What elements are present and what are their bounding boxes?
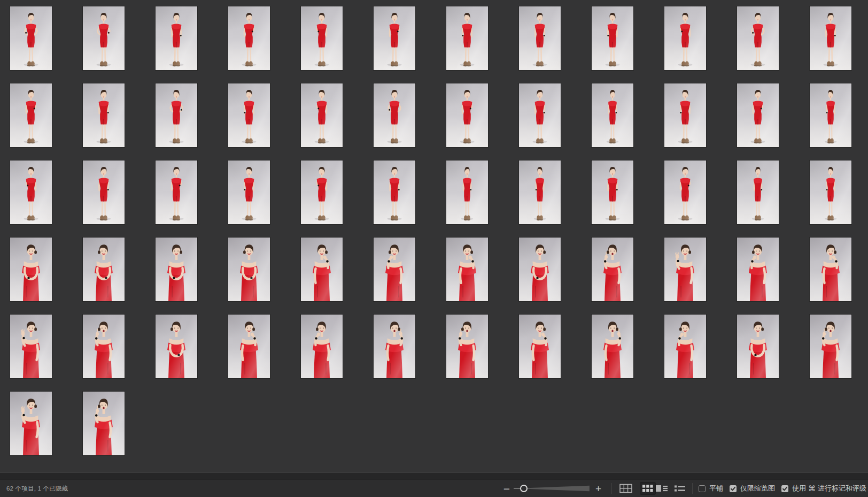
command-key-icon: ⌘ (808, 484, 816, 493)
thumbnail-size-slider[interactable] (514, 485, 590, 492)
photo-thumbnail[interactable] (10, 160, 52, 224)
slider-track-left (514, 488, 521, 489)
view-as-thumbnails-button[interactable] (640, 482, 656, 495)
thumbnails-only-option: 仅限缩览图 (730, 484, 775, 493)
rating-shortcut-checkbox[interactable] (781, 485, 788, 492)
photo-thumbnail[interactable] (446, 6, 488, 70)
thumbnails-only-checkbox[interactable] (730, 485, 737, 492)
photo-thumbnail[interactable] (664, 6, 706, 70)
photo-thumbnail[interactable] (301, 6, 343, 70)
status-bar-controls: − + (503, 480, 866, 497)
photo-thumbnail[interactable] (10, 392, 52, 455)
photo-thumbnail[interactable] (592, 315, 633, 378)
zoom-out-icon[interactable]: − (503, 483, 510, 494)
photo-thumbnail[interactable] (519, 160, 561, 224)
thumbnail-row (10, 6, 868, 70)
photo-thumbnail[interactable] (446, 160, 488, 224)
photo-thumbnail[interactable] (10, 238, 52, 301)
photo-thumbnail[interactable] (374, 6, 415, 70)
photo-thumbnail[interactable] (810, 6, 851, 70)
photo-thumbnail[interactable] (83, 315, 125, 378)
slider-track-wedge[interactable] (527, 485, 590, 492)
zoom-in-icon[interactable]: + (595, 484, 601, 494)
status-bar: 62 个项目, 1 个已隐藏 − + (0, 480, 868, 497)
rating-shortcut-option: 使用 ⌘ 进行标记和评级 (781, 484, 866, 493)
photo-thumbnail[interactable] (519, 315, 561, 378)
thumbnail-row (10, 160, 868, 224)
photo-thumbnail[interactable] (10, 315, 52, 378)
photo-thumbnail[interactable] (519, 6, 561, 70)
photo-thumbnail[interactable] (737, 315, 779, 378)
photo-thumbnail[interactable] (10, 6, 52, 70)
lock-thumbnail-grid-icon[interactable] (619, 484, 632, 493)
photo-thumbnail[interactable] (228, 6, 270, 70)
photo-thumbnail[interactable] (664, 315, 706, 378)
thumbnail-grid (0, 0, 868, 472)
thumbnail-row (10, 83, 868, 147)
view-as-list-icon[interactable] (675, 485, 685, 492)
photo-thumbnail[interactable] (810, 160, 851, 224)
photo-thumbnail[interactable] (83, 83, 125, 147)
rating-use-label: 使用 (792, 484, 806, 493)
photo-thumbnail[interactable] (156, 83, 197, 147)
photo-thumbnail[interactable] (810, 238, 851, 301)
photo-thumbnail[interactable] (228, 160, 270, 224)
bridge-content-window: 62 个项目, 1 个已隐藏 − + (0, 0, 868, 497)
photo-thumbnail[interactable] (83, 238, 125, 301)
photo-thumbnail[interactable] (301, 315, 343, 378)
photo-thumbnail[interactable] (374, 238, 415, 301)
photo-thumbnail[interactable] (810, 83, 851, 147)
photo-thumbnail[interactable] (156, 238, 197, 301)
thumbnails-only-label: 仅限缩览图 (740, 484, 775, 493)
photo-thumbnail[interactable] (737, 6, 779, 70)
photo-thumbnail[interactable] (156, 6, 197, 70)
photo-thumbnail[interactable] (592, 6, 633, 70)
photo-thumbnail[interactable] (519, 238, 561, 301)
tile-option: 平铺 (699, 484, 723, 493)
photo-thumbnail[interactable] (810, 315, 851, 378)
grid-filled-icon (642, 485, 653, 492)
thumbnail-row (10, 315, 868, 378)
photo-thumbnail[interactable] (446, 83, 488, 147)
photo-thumbnail[interactable] (156, 315, 197, 378)
photo-thumbnail[interactable] (156, 160, 197, 224)
photo-thumbnail[interactable] (446, 238, 488, 301)
photo-thumbnail[interactable] (737, 83, 779, 147)
separator (692, 483, 693, 494)
photo-thumbnail[interactable] (592, 160, 633, 224)
photo-thumbnail[interactable] (374, 160, 415, 224)
photo-thumbnail[interactable] (374, 83, 415, 147)
photo-thumbnail[interactable] (664, 83, 706, 147)
photo-thumbnail[interactable] (228, 238, 270, 301)
thumbnail-row (10, 238, 868, 301)
photo-thumbnail[interactable] (228, 83, 270, 147)
photo-thumbnail[interactable] (301, 83, 343, 147)
photo-thumbnail[interactable] (592, 238, 633, 301)
photo-thumbnail[interactable] (664, 238, 706, 301)
rating-action-label: 进行标记和评级 (818, 484, 866, 493)
photo-thumbnail[interactable] (83, 6, 125, 70)
photo-thumbnail[interactable] (737, 160, 779, 224)
photo-thumbnail[interactable] (301, 160, 343, 224)
photo-thumbnail[interactable] (737, 238, 779, 301)
photo-thumbnail[interactable] (592, 83, 633, 147)
thumbnail-row (10, 392, 868, 455)
photo-thumbnail[interactable] (664, 160, 706, 224)
photo-thumbnail[interactable] (228, 315, 270, 378)
slider-knob[interactable] (520, 485, 528, 492)
photo-thumbnail[interactable] (446, 315, 488, 378)
tile-checkbox[interactable] (699, 485, 706, 492)
item-count-text: 62 个项目, 1 个已隐藏 (6, 480, 68, 497)
tile-label: 平铺 (709, 484, 723, 493)
separator (611, 483, 612, 494)
photo-thumbnail[interactable] (301, 238, 343, 301)
photo-thumbnail[interactable] (374, 315, 415, 378)
photo-thumbnail[interactable] (10, 83, 52, 147)
photo-thumbnail[interactable] (83, 160, 125, 224)
panel-divider-handle[interactable] (0, 472, 868, 480)
photo-thumbnail[interactable] (519, 83, 561, 147)
photo-thumbnail[interactable] (83, 392, 125, 455)
view-as-details-icon[interactable] (656, 485, 668, 492)
